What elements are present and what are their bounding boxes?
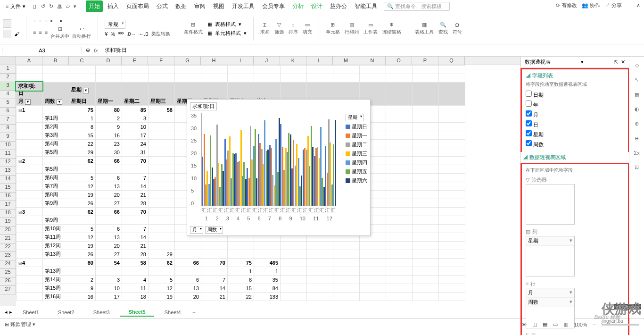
cell[interactable]: 15 xyxy=(228,284,254,293)
cell[interactable] xyxy=(386,259,413,267)
cell[interactable] xyxy=(254,242,281,250)
cell[interactable] xyxy=(17,74,43,83)
cell[interactable] xyxy=(69,267,96,276)
cell[interactable]: 8 xyxy=(228,276,254,284)
cells-button[interactable]: ⊞单元格 xyxy=(326,22,340,35)
cell[interactable]: 58 xyxy=(122,259,149,267)
cell[interactable] xyxy=(333,83,360,97)
qat-print-icon[interactable]: 🖶 xyxy=(57,4,62,9)
cell[interactable]: 133 xyxy=(254,293,281,301)
cell[interactable] xyxy=(43,157,69,165)
tab-开发工具[interactable]: 开发工具 xyxy=(229,0,257,12)
cell[interactable] xyxy=(17,66,43,74)
cell[interactable] xyxy=(307,284,333,293)
cell[interactable] xyxy=(413,66,439,74)
col-header[interactable]: Q xyxy=(438,57,465,65)
cell[interactable]: 465 xyxy=(254,259,281,267)
cell[interactable]: 14 xyxy=(122,182,149,191)
sum-button[interactable]: Σ求和 xyxy=(260,22,270,35)
sheet-tab-Sheet3[interactable]: Sheet3 xyxy=(85,309,118,316)
cell[interactable] xyxy=(413,148,439,157)
cell[interactable] xyxy=(149,165,175,174)
cell[interactable] xyxy=(413,250,439,259)
col-header[interactable]: G xyxy=(174,57,201,65)
cell[interactable] xyxy=(228,250,254,259)
sheet-tab-Sheet4[interactable]: Sheet4 xyxy=(156,309,190,316)
status-account[interactable]: 账款管理 xyxy=(10,321,31,327)
col-header[interactable]: M xyxy=(333,57,359,65)
col-header[interactable]: D xyxy=(95,57,122,65)
cell[interactable] xyxy=(413,140,439,148)
cell[interactable] xyxy=(360,242,386,250)
cell[interactable]: ⊟1 xyxy=(17,106,43,114)
view-pagebreak-icon[interactable]: ▥ xyxy=(563,321,568,327)
cell[interactable] xyxy=(96,74,122,83)
qat-undo-icon[interactable]: ↺ xyxy=(41,3,45,9)
merge-button[interactable]: ⊞合并居中 xyxy=(50,26,69,40)
cell[interactable] xyxy=(439,165,465,174)
cell[interactable] xyxy=(386,199,413,208)
cell[interactable]: 14 xyxy=(201,284,228,293)
cell[interactable]: 19 xyxy=(69,191,96,199)
cell[interactable] xyxy=(122,83,149,97)
side-pivot-icon[interactable]: ▦ xyxy=(635,92,639,98)
tab-视图[interactable]: 视图 xyxy=(210,0,227,12)
align-center-icon[interactable]: ≡ xyxy=(39,18,41,24)
cell[interactable] xyxy=(17,276,43,284)
cell[interactable]: 12 xyxy=(69,182,96,191)
cell[interactable] xyxy=(386,191,413,199)
valign-icon[interactable]: ≡ xyxy=(33,30,36,35)
row-header[interactable]: 26 xyxy=(0,277,16,286)
cell[interactable] xyxy=(413,199,439,208)
cell[interactable]: 35 xyxy=(254,276,281,284)
col-header[interactable]: A xyxy=(16,57,42,65)
cell[interactable]: 16 xyxy=(96,131,122,140)
cell[interactable]: 星期二 xyxy=(122,97,149,106)
cell[interactable] xyxy=(175,83,201,97)
cell[interactable] xyxy=(17,267,43,276)
tab-插入[interactable]: 插入 xyxy=(105,0,122,12)
cell[interactable] xyxy=(386,114,413,123)
cell[interactable] xyxy=(307,259,333,267)
cell[interactable] xyxy=(386,74,413,83)
cell[interactable]: 17 xyxy=(96,293,122,301)
qat-save-icon[interactable]: 🗋 xyxy=(32,4,37,9)
search-input[interactable]: 🔍 查找命令、搜索模板 xyxy=(384,2,450,11)
cell[interactable] xyxy=(413,208,439,216)
cell[interactable]: 第15周 xyxy=(43,284,69,293)
cell[interactable]: 31 xyxy=(122,148,149,157)
has-changes-label[interactable]: ⟳ 有修改 xyxy=(556,2,577,9)
cell[interactable]: 80 xyxy=(96,106,122,114)
tab-公式[interactable]: 公式 xyxy=(154,0,171,12)
cell[interactable] xyxy=(17,242,43,250)
column-area[interactable]: ▥ 列 星期 xyxy=(526,227,575,276)
cell[interactable] xyxy=(439,106,465,114)
view-layout-icon[interactable]: ▭ xyxy=(553,321,558,327)
area-item[interactable]: 月 xyxy=(526,288,574,298)
cell[interactable] xyxy=(413,233,439,242)
cell[interactable] xyxy=(307,276,333,284)
cell[interactable]: 12 xyxy=(149,284,175,293)
row-header[interactable]: 25 xyxy=(0,269,16,277)
cell[interactable] xyxy=(254,74,281,83)
cell[interactable] xyxy=(201,66,228,74)
cell[interactable] xyxy=(149,233,175,242)
cell[interactable]: 66 xyxy=(96,157,122,165)
symbol-button[interactable]: Ω符号 xyxy=(453,22,462,35)
cell[interactable]: 第13周 xyxy=(43,250,69,259)
cell[interactable] xyxy=(122,216,149,225)
cell[interactable]: 62 xyxy=(149,259,175,267)
cell[interactable]: 第16周 xyxy=(43,293,69,301)
area-item[interactable]: 星期 xyxy=(526,236,574,246)
cell[interactable] xyxy=(386,182,413,191)
cell[interactable] xyxy=(439,284,465,293)
cond-format-button[interactable]: ⊞条件格式 xyxy=(184,22,203,35)
cell[interactable]: 17 xyxy=(122,131,149,140)
cell[interactable] xyxy=(281,267,307,276)
cell[interactable] xyxy=(333,74,360,83)
cell[interactable] xyxy=(307,293,333,301)
cell[interactable] xyxy=(439,225,465,233)
cell[interactable] xyxy=(228,242,254,250)
cell[interactable]: 18 xyxy=(122,293,149,301)
cell[interactable]: 第4周 xyxy=(43,140,69,148)
